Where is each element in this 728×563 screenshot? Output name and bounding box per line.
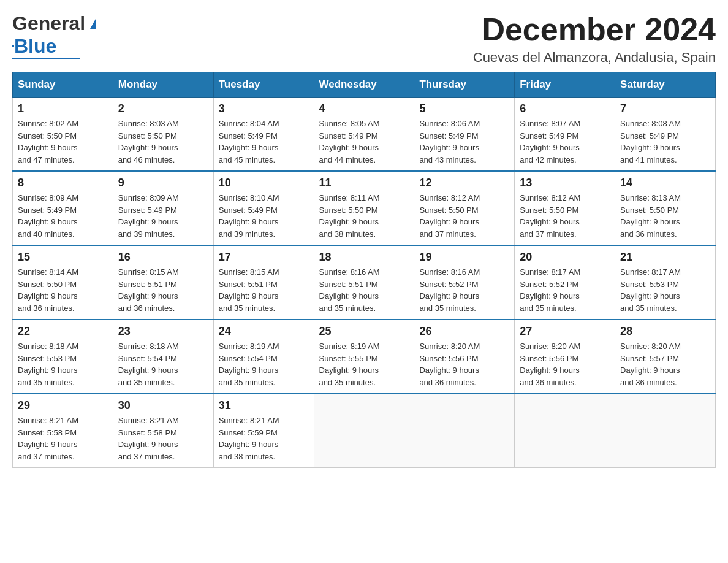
- day-number: 23: [118, 325, 208, 338]
- day-number: 7: [620, 102, 710, 115]
- day-info: Sunrise: 8:09 AMSunset: 5:49 PMDaylight:…: [118, 192, 208, 240]
- day-info: Sunrise: 8:12 AMSunset: 5:50 PMDaylight:…: [419, 192, 509, 240]
- calendar-day-cell: 21Sunrise: 8:17 AMSunset: 5:53 PMDayligh…: [615, 245, 716, 320]
- header-monday: Monday: [113, 72, 213, 98]
- calendar-day-cell: [414, 394, 515, 468]
- day-info: Sunrise: 8:06 AMSunset: 5:49 PMDaylight:…: [419, 118, 509, 166]
- logo-text-blue: Blue: [14, 35, 56, 58]
- day-info: Sunrise: 8:18 AMSunset: 5:54 PMDaylight:…: [118, 340, 208, 388]
- logo-text-black: General: [12, 12, 85, 35]
- day-number: 4: [319, 102, 409, 115]
- page-header: General Blue December 2024 Cuevas del Al…: [12, 12, 716, 66]
- day-number: 29: [18, 399, 108, 412]
- day-number: 8: [18, 177, 108, 190]
- day-info: Sunrise: 8:21 AMSunset: 5:58 PMDaylight:…: [118, 415, 208, 462]
- header-friday: Friday: [515, 72, 615, 98]
- calendar-week-row: 1Sunrise: 8:02 AMSunset: 5:50 PMDaylight…: [13, 98, 716, 172]
- calendar-week-row: 22Sunrise: 8:18 AMSunset: 5:53 PMDayligh…: [13, 320, 716, 394]
- title-block: December 2024 Cuevas del Almanzora, Anda…: [473, 12, 716, 66]
- calendar-day-cell: 6Sunrise: 8:07 AMSunset: 5:49 PMDaylight…: [515, 98, 615, 172]
- day-info: Sunrise: 8:20 AMSunset: 5:56 PMDaylight:…: [520, 340, 610, 388]
- calendar-day-cell: 29Sunrise: 8:21 AMSunset: 5:58 PMDayligh…: [13, 394, 113, 468]
- month-title: December 2024: [473, 12, 716, 47]
- day-info: Sunrise: 8:20 AMSunset: 5:56 PMDaylight:…: [419, 340, 509, 388]
- day-number: 16: [118, 251, 208, 264]
- day-number: 15: [18, 251, 108, 264]
- calendar-day-cell: 25Sunrise: 8:19 AMSunset: 5:55 PMDayligh…: [314, 320, 414, 394]
- day-number: 31: [219, 399, 309, 412]
- day-number: 1: [18, 102, 108, 115]
- day-number: 20: [520, 251, 610, 264]
- calendar-header-row: SundayMondayTuesdayWednesdayThursdayFrid…: [13, 72, 716, 98]
- day-number: 5: [419, 102, 509, 115]
- day-number: 30: [118, 399, 208, 412]
- day-number: 17: [219, 251, 309, 264]
- calendar-day-cell: 26Sunrise: 8:20 AMSunset: 5:56 PMDayligh…: [414, 320, 515, 394]
- calendar-day-cell: 30Sunrise: 8:21 AMSunset: 5:58 PMDayligh…: [113, 394, 213, 468]
- calendar-day-cell: 3Sunrise: 8:04 AMSunset: 5:49 PMDaylight…: [213, 98, 314, 172]
- day-info: Sunrise: 8:15 AMSunset: 5:51 PMDaylight:…: [118, 266, 208, 314]
- location: Cuevas del Almanzora, Andalusia, Spain: [473, 50, 716, 66]
- day-info: Sunrise: 8:21 AMSunset: 5:59 PMDaylight:…: [219, 415, 309, 462]
- calendar-day-cell: [615, 394, 716, 468]
- header-thursday: Thursday: [414, 72, 515, 98]
- day-info: Sunrise: 8:11 AMSunset: 5:50 PMDaylight:…: [319, 192, 409, 240]
- calendar-day-cell: 2Sunrise: 8:03 AMSunset: 5:50 PMDaylight…: [113, 98, 213, 172]
- calendar-day-cell: 17Sunrise: 8:15 AMSunset: 5:51 PMDayligh…: [213, 245, 314, 320]
- day-number: 22: [18, 325, 108, 338]
- day-info: Sunrise: 8:16 AMSunset: 5:52 PMDaylight:…: [419, 266, 509, 314]
- calendar-day-cell: 7Sunrise: 8:08 AMSunset: 5:49 PMDaylight…: [615, 98, 716, 172]
- calendar-day-cell: 23Sunrise: 8:18 AMSunset: 5:54 PMDayligh…: [113, 320, 213, 394]
- header-saturday: Saturday: [615, 72, 716, 98]
- calendar-day-cell: 18Sunrise: 8:16 AMSunset: 5:51 PMDayligh…: [314, 245, 414, 320]
- day-info: Sunrise: 8:21 AMSunset: 5:58 PMDaylight:…: [18, 415, 108, 462]
- calendar-table: SundayMondayTuesdayWednesdayThursdayFrid…: [12, 72, 716, 468]
- day-number: 11: [319, 177, 409, 190]
- calendar-day-cell: 31Sunrise: 8:21 AMSunset: 5:59 PMDayligh…: [213, 394, 314, 468]
- day-number: 2: [118, 102, 208, 115]
- day-number: 13: [520, 177, 610, 190]
- calendar-day-cell: [515, 394, 615, 468]
- day-number: 24: [219, 325, 309, 338]
- day-info: Sunrise: 8:04 AMSunset: 5:49 PMDaylight:…: [219, 118, 309, 166]
- calendar-week-row: 29Sunrise: 8:21 AMSunset: 5:58 PMDayligh…: [13, 394, 716, 468]
- calendar-week-row: 8Sunrise: 8:09 AMSunset: 5:49 PMDaylight…: [13, 171, 716, 245]
- day-info: Sunrise: 8:17 AMSunset: 5:52 PMDaylight:…: [520, 266, 610, 314]
- calendar-day-cell: 28Sunrise: 8:20 AMSunset: 5:57 PMDayligh…: [615, 320, 716, 394]
- day-number: 21: [620, 251, 710, 264]
- header-tuesday: Tuesday: [213, 72, 314, 98]
- day-info: Sunrise: 8:19 AMSunset: 5:55 PMDaylight:…: [319, 340, 409, 388]
- logo: General Blue: [12, 12, 96, 59]
- day-number: 27: [520, 325, 610, 338]
- calendar-day-cell: 16Sunrise: 8:15 AMSunset: 5:51 PMDayligh…: [113, 245, 213, 320]
- day-number: 12: [419, 177, 509, 190]
- day-info: Sunrise: 8:13 AMSunset: 5:50 PMDaylight:…: [620, 192, 710, 240]
- day-info: Sunrise: 8:12 AMSunset: 5:50 PMDaylight:…: [520, 192, 610, 240]
- calendar-week-row: 15Sunrise: 8:14 AMSunset: 5:50 PMDayligh…: [13, 245, 716, 320]
- calendar-day-cell: [314, 394, 414, 468]
- day-info: Sunrise: 8:08 AMSunset: 5:49 PMDaylight:…: [620, 118, 710, 166]
- day-info: Sunrise: 8:15 AMSunset: 5:51 PMDaylight:…: [219, 266, 309, 314]
- day-number: 18: [319, 251, 409, 264]
- calendar-day-cell: 8Sunrise: 8:09 AMSunset: 5:49 PMDaylight…: [13, 171, 113, 245]
- calendar-day-cell: 13Sunrise: 8:12 AMSunset: 5:50 PMDayligh…: [515, 171, 615, 245]
- day-info: Sunrise: 8:19 AMSunset: 5:54 PMDaylight:…: [219, 340, 309, 388]
- calendar-day-cell: 14Sunrise: 8:13 AMSunset: 5:50 PMDayligh…: [615, 171, 716, 245]
- calendar-day-cell: 24Sunrise: 8:19 AMSunset: 5:54 PMDayligh…: [213, 320, 314, 394]
- day-number: 28: [620, 325, 710, 338]
- calendar-day-cell: 22Sunrise: 8:18 AMSunset: 5:53 PMDayligh…: [13, 320, 113, 394]
- day-number: 14: [620, 177, 710, 190]
- calendar-day-cell: 19Sunrise: 8:16 AMSunset: 5:52 PMDayligh…: [414, 245, 515, 320]
- calendar-day-cell: 12Sunrise: 8:12 AMSunset: 5:50 PMDayligh…: [414, 171, 515, 245]
- day-number: 25: [319, 325, 409, 338]
- day-number: 26: [419, 325, 509, 338]
- calendar-day-cell: 11Sunrise: 8:11 AMSunset: 5:50 PMDayligh…: [314, 171, 414, 245]
- day-info: Sunrise: 8:17 AMSunset: 5:53 PMDaylight:…: [620, 266, 710, 314]
- day-info: Sunrise: 8:20 AMSunset: 5:57 PMDaylight:…: [620, 340, 710, 388]
- header-sunday: Sunday: [13, 72, 113, 98]
- day-info: Sunrise: 8:05 AMSunset: 5:49 PMDaylight:…: [319, 118, 409, 166]
- day-info: Sunrise: 8:16 AMSunset: 5:51 PMDaylight:…: [319, 266, 409, 314]
- calendar-day-cell: 27Sunrise: 8:20 AMSunset: 5:56 PMDayligh…: [515, 320, 615, 394]
- calendar-day-cell: 10Sunrise: 8:10 AMSunset: 5:49 PMDayligh…: [213, 171, 314, 245]
- calendar-day-cell: 20Sunrise: 8:17 AMSunset: 5:52 PMDayligh…: [515, 245, 615, 320]
